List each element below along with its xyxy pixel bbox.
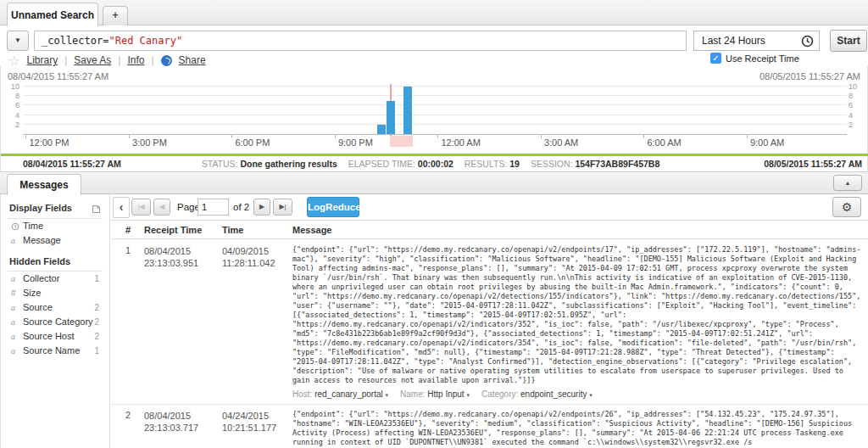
y-axis-tick-label: 4 [849,111,865,120]
metadata-value-dropdown[interactable]: red_canary_portal ▾ [314,389,388,399]
save-as-link[interactable]: Save As [74,54,111,66]
gridline [23,95,847,96]
library-link[interactable]: Library [26,54,58,66]
y-axis-labels-left: 246810 [3,87,19,135]
field-item-source-host[interactable]: aSource Host2 [1,329,109,344]
col-header-receipt-time[interactable]: Receipt Time [144,225,222,235]
string-field-icon: a [11,317,23,327]
x-axis-tick-label: 3:00 AM [544,137,578,148]
info-link[interactable]: Info [127,54,144,66]
y-axis-tick-label: 2 [849,120,865,129]
messages-toolbar: ‹ |◀ ◀ Page: of 2 ▶ ▶| LogReduce ⚙ [111,194,868,220]
query-value-token: "Red Canary" [108,35,182,47]
table-row[interactable]: 108/04/201523:13:03.95104/09/201511:28:1… [111,240,868,405]
sumo-logic-search-page: { "tabs": { "active_label": "Unnamed Sea… [0,0,868,448]
table-row[interactable]: 208/04/201523:13:03.71704/24/201510:21:5… [111,405,868,448]
x-axis-tick-label: 9:00 AM [750,137,784,148]
string-field-icon: a [11,274,23,283]
new-tab-button[interactable]: + [103,6,128,25]
page-number-input[interactable] [198,199,229,216]
time-range-value: Last 24 Hours [702,35,801,47]
time-range-selector[interactable]: Last 24 Hours [693,31,820,51]
first-page-button[interactable]: |◀ [131,199,151,216]
y-axis-labels-right: 246810 [849,87,865,135]
elapsed-value: 00:00:02 [418,159,453,169]
y-axis-tick-label: 8 [849,92,865,100]
previous-page-button[interactable]: ◀ [153,199,170,216]
status-row: 08/04/2015 11:55:27 AM STATUS: Done gath… [1,157,868,171]
start-search-button[interactable]: Start [830,30,867,52]
time-cell: 04/24/201510:21:51.177 [222,410,292,434]
field-count: 1 [94,346,99,356]
y-axis-tick-label: 10 [3,82,19,91]
tab-unnamed-search[interactable]: Unnamed Search [7,3,98,26]
field-label: Source [23,302,94,312]
string-field-icon: a [11,346,23,356]
string-field-icon: a [11,332,23,341]
query-dropdown-button[interactable]: ▼ [7,31,29,51]
field-label: Size [23,288,99,298]
x-axis-tick-label: 3:00 PM [132,137,167,148]
status-value: Done gathering results [240,159,337,169]
field-count: 2 [94,303,99,312]
clock-icon [11,221,23,230]
field-label: Message [23,235,99,245]
metadata-value-dropdown[interactable]: endpoint_security ▾ [520,389,593,399]
histogram-plot[interactable] [23,87,847,135]
use-receipt-time-label: Use Receipt Time [726,53,799,64]
receipt-time-cell: 08/04/201523:13:03.951 [144,245,222,269]
number-field-icon: # [11,288,23,298]
histogram-bar[interactable] [377,125,386,134]
metadata-value-dropdown[interactable]: Http Input ▾ [427,389,470,399]
collapse-sidebar-button[interactable]: ‹ [113,197,130,218]
messages-tab-label: Messages [19,179,68,191]
x-axis-labels: 12:00 PM3:00 PM6:00 PM9:00 PM12:00 AM3:0… [23,137,847,149]
session-label: SESSION: [531,159,573,169]
chevron-down-icon: ▾ [589,392,593,398]
y-axis-tick-label: 2 [3,120,19,129]
menu-separator: | [118,54,120,66]
favorite-star-icon[interactable]: ☆ [8,54,19,67]
last-page-button[interactable]: ▶| [273,199,292,216]
results-label: RESULTS: [465,159,508,169]
logreduce-button[interactable]: LogReduce [307,197,359,217]
field-item-source-name[interactable]: aSource Name1 [1,344,109,358]
collapse-panel-button[interactable]: ▲ [833,175,862,191]
field-item-source[interactable]: aSource2 [1,300,109,315]
histogram-bar[interactable] [387,101,395,134]
use-receipt-time-checkbox[interactable]: ✓ [710,53,721,64]
menu-separator: | [64,54,67,66]
chevron-down-icon: ▾ [386,392,389,398]
menu-separator: | [151,54,153,66]
col-header-message[interactable]: Message [292,225,868,235]
search-query-input[interactable]: _collector="Red Canary" [34,31,687,51]
col-header-time[interactable]: Time [222,225,292,235]
browser-tab-bar: Unnamed Search + [0,0,868,25]
hidden-fields-header: Hidden Fields [1,248,109,271]
display-fields-title: Display Fields [9,203,92,213]
fields-settings-icon[interactable] [92,203,101,214]
use-receipt-time-control: ✓ Use Receipt Time [710,53,799,64]
status-center: STATUS: Done gathering results ELAPSED T… [1,159,868,169]
field-item-source-category[interactable]: aSource Category2 [1,315,109,329]
tab-messages[interactable]: Messages [7,174,81,195]
histogram-bar[interactable] [403,87,412,134]
gear-icon: ⚙ [842,200,853,214]
field-count: 1 [94,274,99,283]
metadata-label: Name: [400,389,427,399]
field-item-message[interactable]: aMessage [1,233,109,248]
field-label: Time [23,221,99,231]
settings-gear-button[interactable]: ⚙ [832,197,861,217]
next-page-button[interactable]: ▶ [253,199,270,216]
results-table-body: 108/04/201523:13:03.95104/09/201511:28:1… [111,240,868,448]
clock-icon [801,34,814,47]
field-item-time[interactable]: Time [1,219,109,233]
tab-title: Unnamed Search [11,9,94,21]
status-label: STATUS: [202,159,238,169]
message-cell: {"endpoint": {"url": "https://demo.my.re… [292,245,861,399]
field-item-collector[interactable]: aCollector1 [1,272,109,286]
field-item-size[interactable]: #Size [1,286,109,300]
share-link[interactable]: Share [179,54,206,66]
metadata-label: Host: [292,389,314,399]
gridline [23,115,847,115]
